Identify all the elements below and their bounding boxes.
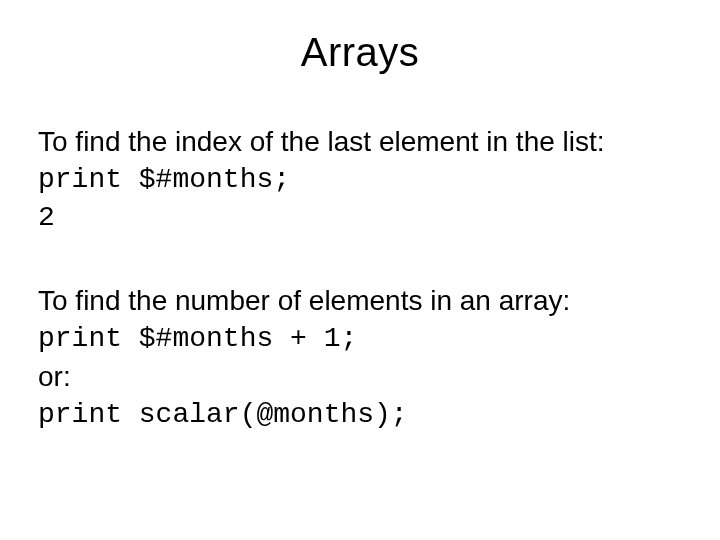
slide-body: To find the index of the last element in… bbox=[38, 123, 682, 434]
or-text: or: bbox=[38, 358, 682, 396]
block-last-index: To find the index of the last element in… bbox=[38, 123, 682, 236]
output-line: 2 bbox=[38, 199, 682, 237]
block-count: To find the number of elements in an arr… bbox=[38, 282, 682, 433]
intro-text: To find the index of the last element in… bbox=[38, 123, 682, 161]
slide-title: Arrays bbox=[38, 30, 682, 75]
intro-text: To find the number of elements in an arr… bbox=[38, 282, 682, 320]
code-line: print $#months + 1; bbox=[38, 320, 682, 358]
slide: Arrays To find the index of the last ele… bbox=[0, 0, 720, 540]
code-line: print scalar(@months); bbox=[38, 396, 682, 434]
code-line: print $#months; bbox=[38, 161, 682, 199]
